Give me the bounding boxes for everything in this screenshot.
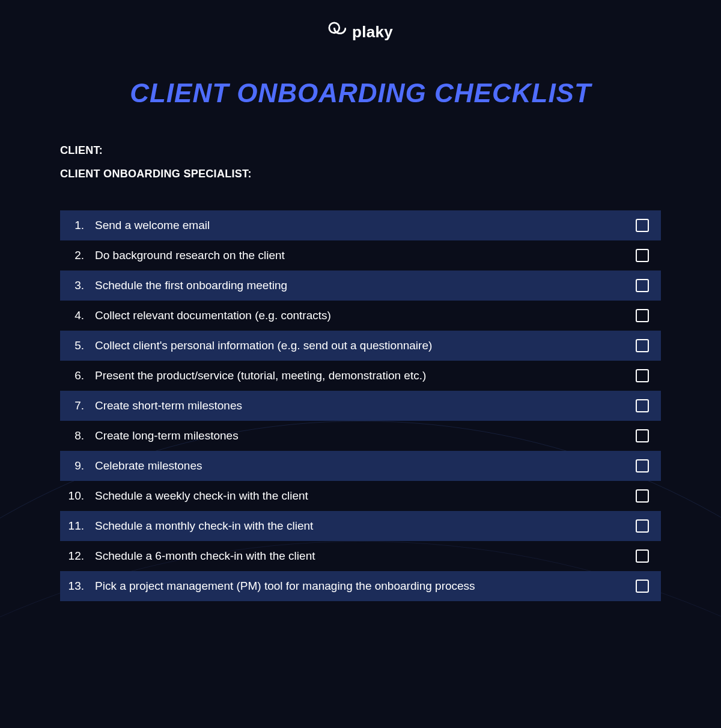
row-task: Collect client's personal information (e…	[95, 339, 624, 352]
row-number: 3.	[67, 279, 95, 292]
checkbox[interactable]	[636, 309, 649, 322]
checkbox[interactable]	[636, 399, 649, 412]
brand-name: plaky	[352, 23, 393, 41]
specialist-label: CLIENT ONBOARDING SPECIALIST:	[60, 168, 661, 180]
checklist-row: 10. Schedule a weekly check-in with the …	[60, 481, 661, 511]
row-task: Schedule a weekly check-in with the clie…	[95, 489, 624, 503]
checklist-row: 6. Present the product/service (tutorial…	[60, 361, 661, 391]
row-task: Do background research on the client	[95, 249, 624, 262]
plaky-logo-icon	[328, 22, 346, 42]
row-number: 13.	[67, 580, 95, 593]
row-task: Create short-term milestones	[95, 399, 624, 412]
row-task: Schedule a monthly check-in with the cli…	[95, 519, 624, 533]
row-task: Pick a project management (PM) tool for …	[95, 580, 624, 593]
row-number: 5.	[67, 339, 95, 352]
row-task: Send a welcome email	[95, 219, 624, 232]
row-task: Celebrate milestones	[95, 459, 624, 473]
checklist-row: 5. Collect client's personal information…	[60, 331, 661, 361]
checklist-row: 1. Send a welcome email	[60, 210, 661, 240]
row-number: 10.	[67, 489, 95, 503]
checkbox[interactable]	[636, 549, 649, 563]
checkbox[interactable]	[636, 459, 649, 473]
checkbox[interactable]	[636, 489, 649, 503]
row-number: 9.	[67, 459, 95, 473]
row-number: 7.	[67, 399, 95, 412]
row-number: 1.	[67, 219, 95, 232]
page-title: CLIENT ONBOARDING CHECKLIST	[60, 78, 661, 108]
checklist-row: 8. Create long-term milestones	[60, 421, 661, 451]
checklist-row: 12. Schedule a 6-month check-in with the…	[60, 541, 661, 571]
row-task: Create long-term milestones	[95, 429, 624, 442]
checkbox[interactable]	[636, 580, 649, 593]
checkbox[interactable]	[636, 279, 649, 292]
row-task: Collect relevant documentation (e.g. con…	[95, 309, 624, 322]
checklist: 1. Send a welcome email 2. Do background…	[60, 210, 661, 601]
checklist-row: 7. Create short-term milestones	[60, 391, 661, 421]
row-number: 11.	[67, 519, 95, 533]
checkbox[interactable]	[636, 339, 649, 352]
row-number: 8.	[67, 429, 95, 442]
checklist-row: 2. Do background research on the client	[60, 240, 661, 271]
checkbox[interactable]	[636, 429, 649, 442]
checkbox[interactable]	[636, 249, 649, 262]
row-number: 12.	[67, 549, 95, 563]
checkbox[interactable]	[636, 219, 649, 232]
checklist-row: 13. Pick a project management (PM) tool …	[60, 571, 661, 601]
checkbox[interactable]	[636, 519, 649, 533]
row-number: 6.	[67, 369, 95, 382]
client-label: CLIENT:	[60, 144, 661, 157]
checklist-row: 4. Collect relevant documentation (e.g. …	[60, 301, 661, 331]
row-task: Present the product/service (tutorial, m…	[95, 369, 624, 382]
row-task: Schedule the first onboarding meeting	[95, 279, 624, 292]
brand-logo: plaky	[60, 22, 661, 42]
row-number: 4.	[67, 309, 95, 322]
row-number: 2.	[67, 249, 95, 262]
checklist-row: 3. Schedule the first onboarding meeting	[60, 271, 661, 301]
checklist-row: 11. Schedule a monthly check-in with the…	[60, 511, 661, 541]
row-task: Schedule a 6-month check-in with the cli…	[95, 549, 624, 563]
checklist-row: 9. Celebrate milestones	[60, 451, 661, 481]
checkbox[interactable]	[636, 369, 649, 382]
